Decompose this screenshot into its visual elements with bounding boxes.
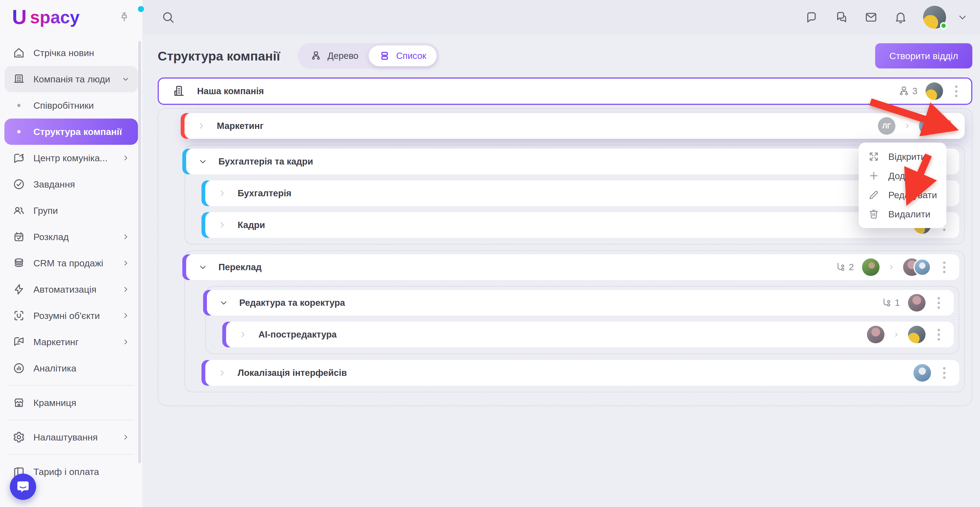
mail-icon[interactable]	[864, 10, 878, 24]
sidebar-item-5[interactable]: Завдання	[5, 171, 138, 197]
avatar[interactable]	[862, 258, 880, 276]
initials-avatar[interactable]: ЛГ	[878, 117, 896, 135]
comment-icon[interactable]	[805, 10, 819, 24]
company-icon	[13, 73, 25, 86]
search-icon[interactable]	[161, 10, 175, 24]
chevron-right-icon	[892, 331, 900, 338]
row-right-controls: 1	[881, 294, 944, 312]
sidebar-item-6[interactable]: Групи	[5, 197, 138, 224]
marketing-icon	[13, 335, 25, 348]
company-row[interactable]: Наша компанія3	[158, 78, 972, 105]
bullet-icon	[17, 130, 21, 134]
department-row[interactable]: Редактура та коректура1	[207, 290, 954, 316]
chevron-right-icon[interactable]	[217, 189, 227, 198]
sidebar-item-14[interactable]: Крамниця	[5, 389, 138, 416]
view-toggle-tree[interactable]: Дерево	[300, 45, 369, 66]
chevron-right-icon[interactable]	[217, 220, 227, 230]
chevron-right-icon[interactable]	[197, 121, 206, 130]
create-department-button[interactable]: Створити відділ	[875, 43, 972, 68]
sidebar-item-11[interactable]: Маркетинг	[5, 329, 138, 355]
menu-item-expand[interactable]: Відкрити	[859, 147, 946, 166]
chevron-right-icon	[121, 233, 130, 241]
sidebar-item-9[interactable]: Автоматизація	[5, 276, 138, 302]
kebab-menu-icon[interactable]	[934, 327, 944, 343]
main-content: Структура компанії ДеревоСписок Створити…	[142, 34, 980, 507]
avatar[interactable]	[926, 83, 943, 100]
avatar[interactable]	[908, 326, 926, 343]
intercom-launcher[interactable]	[10, 474, 36, 500]
sidebar-item-10[interactable]: Розумні об'єкти	[5, 302, 138, 329]
department-row[interactable]: Бухгалтерія та кадри	[186, 149, 959, 174]
row-background	[205, 180, 959, 206]
kebab-menu-icon[interactable]	[939, 365, 949, 381]
department-row[interactable]: AI-постредактура	[226, 322, 954, 347]
sidebar-item-7[interactable]: Розклад	[5, 224, 138, 250]
avatar[interactable]	[908, 294, 926, 312]
row-right-controls	[867, 326, 944, 343]
department-children: Редактура та коректура1AI-постредактураЛ…	[205, 286, 959, 386]
chevron-right-icon[interactable]	[217, 368, 227, 378]
department-row[interactable]: Переклад2	[186, 254, 959, 280]
department-name: Маркетинг	[217, 121, 264, 131]
sidebar-scrollbar[interactable]	[138, 41, 141, 463]
avatar[interactable]	[913, 258, 931, 276]
department-group: Редактура та коректура1AI-постредактура	[205, 286, 959, 354]
comments-icon[interactable]	[834, 10, 849, 24]
chevron-down-icon[interactable]	[198, 157, 207, 166]
row-right-controls: 3	[898, 83, 961, 100]
building-icon	[172, 84, 186, 98]
department-row[interactable]: Кадри	[205, 212, 959, 238]
view-toggle-label: Дерево	[328, 51, 358, 61]
kebab-menu-icon[interactable]	[939, 259, 949, 275]
kebab-menu-icon[interactable]	[945, 118, 955, 134]
view-toggle-label: Список	[396, 51, 426, 61]
sidebar-item-label: Маркетинг	[33, 337, 79, 347]
chevron-down-icon[interactable]	[198, 262, 207, 272]
row-right-controls	[913, 364, 949, 381]
department-children: БухгалтеріяКадри	[205, 180, 959, 238]
view-toggle: ДеревоСписок	[298, 43, 439, 69]
sidebar-item-2[interactable]: Співробітники	[5, 92, 138, 119]
sidebar-item-0[interactable]: Стрічка новин	[5, 40, 138, 66]
avatar[interactable]	[913, 364, 931, 381]
menu-item-label: Додати	[888, 170, 920, 181]
sidebar-item-16[interactable]: Налаштування	[5, 424, 138, 450]
menu-item-pencil[interactable]: Редагувати	[859, 185, 946, 205]
trash-icon	[868, 208, 880, 220]
sidebar-item-12[interactable]: Аналітика	[5, 355, 138, 381]
bell-icon[interactable]	[894, 10, 908, 24]
avatar[interactable]	[867, 326, 885, 343]
department-row[interactable]: Бухгалтерія	[205, 180, 959, 206]
kebab-menu-icon[interactable]	[934, 295, 944, 311]
chevron-down-icon[interactable]	[219, 298, 228, 307]
menu-item-plus[interactable]: Додати	[859, 166, 946, 185]
sidebar-item-1[interactable]: Компанія та люди	[5, 66, 138, 92]
pencil-icon	[868, 189, 880, 201]
context-menu: ВідкритиДодатиРедагуватиВидалити	[859, 143, 946, 228]
sidebar-item-label: Структура компанії	[33, 127, 122, 137]
tasks-icon	[13, 178, 25, 191]
count-value: 3	[912, 86, 917, 96]
profile-chevron-down-icon[interactable]	[957, 12, 968, 23]
department-row[interactable]: Локалізація інтерфейсів	[205, 360, 959, 386]
department-row[interactable]: МаркетингЛГ	[185, 113, 965, 139]
department-group: Переклад2Редактура та коректура1AI-постр…	[185, 251, 965, 392]
org-icon	[310, 50, 321, 61]
store-icon	[13, 396, 25, 409]
sidebar-item-label: Автоматизація	[33, 284, 96, 295]
smart-icon	[13, 309, 25, 322]
sidebar-item-4[interactable]: Центр комуніка...	[5, 145, 138, 171]
avatar[interactable]	[919, 117, 937, 135]
sidebar-item-label: Стрічка новин	[33, 48, 94, 58]
user-avatar[interactable]	[923, 6, 946, 29]
avatar-stack[interactable]	[903, 258, 931, 276]
sidebar-item-8[interactable]: CRM та продажі	[5, 250, 138, 276]
kebab-menu-icon[interactable]	[951, 83, 961, 99]
pin-sidebar-icon[interactable]	[118, 11, 130, 23]
chevron-right-icon[interactable]	[238, 330, 247, 339]
menu-item-trash[interactable]: Видалити	[859, 205, 946, 224]
sidebar-item-3[interactable]: Структура компанії	[5, 119, 138, 145]
view-toggle-list[interactable]: Список	[369, 45, 437, 66]
home-icon	[13, 46, 25, 59]
chevron-down-icon	[121, 75, 130, 83]
